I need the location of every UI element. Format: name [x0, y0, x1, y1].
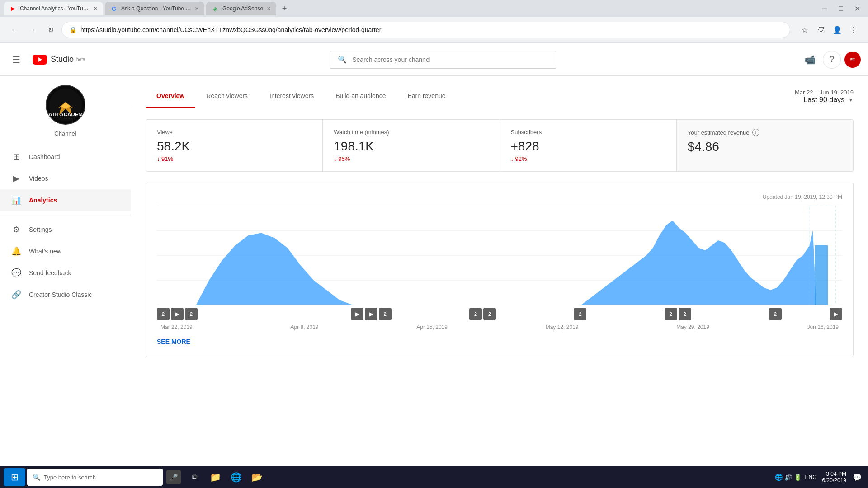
tab-overview[interactable]: Overview	[146, 85, 195, 108]
tab-favicon-3: ◈	[212, 5, 219, 12]
analytics-tabs: Overview Reach viewers Interest viewers …	[146, 85, 457, 108]
chart-marker-9[interactable]: 2	[574, 308, 586, 320]
tab-close-3[interactable]: ✕	[267, 6, 271, 12]
sidebar-item-send-feedback[interactable]: 💬 Send feedback	[0, 262, 131, 284]
taskbar-app-chrome[interactable]: 🌐	[226, 468, 246, 486]
sidebar-item-creator-studio[interactable]: 🔗 Creator Studio Classic	[0, 284, 131, 305]
sidebar-item-videos[interactable]: ▶ Videos	[0, 168, 131, 189]
notification-button[interactable]: 💬	[850, 470, 864, 484]
stat-change-subscribers: ↓ 92%	[511, 155, 665, 162]
x-label-2: Apr 8, 2019	[290, 324, 318, 330]
main-content: Overview Reach viewers Interest viewers …	[131, 76, 868, 488]
taskbar-apps: ⧉ 📁 🌐 📂	[184, 468, 267, 486]
taskbar-time-value: 3:04 PM	[822, 471, 846, 477]
extensions-icon[interactable]: ⋮	[846, 23, 861, 37]
svg-marker-15	[581, 221, 816, 305]
user-icon[interactable]: 👤	[830, 23, 844, 37]
stats-cards: Views 58.2K ↓ 91% Watch time (minutes) 1…	[146, 119, 854, 172]
tab-interest[interactable]: Interest viewers	[259, 85, 325, 108]
date-period: Last 90 days ▼	[803, 96, 854, 104]
network-icon[interactable]: 🌐	[775, 474, 783, 481]
creator-studio-icon: 🔗	[11, 290, 22, 300]
date-range: Mar 22 – Jun 19, 2019	[795, 89, 854, 96]
taskbar-app-folder[interactable]: 📂	[247, 468, 267, 486]
date-selector[interactable]: Mar 22 – Jun 19, 2019 Last 90 days ▼	[795, 89, 854, 104]
chart-marker-8[interactable]: 2	[483, 308, 496, 320]
sidebar-item-settings[interactable]: ⚙ Settings	[0, 219, 131, 240]
chart-container: Updated Jun 19, 2019, 12:30 PM $0.30 $0.…	[146, 183, 854, 357]
upload-button[interactable]: 📹	[801, 51, 819, 69]
browser-tab-3[interactable]: ◈ Google AdSense ✕	[206, 2, 276, 15]
sidebar-item-analytics[interactable]: 📊 Analytics	[0, 189, 131, 211]
stat-card-subscribers: Subscribers +828 ↓ 92%	[500, 120, 677, 171]
chart-x-labels: Mar 22, 2019 Apr 8, 2019 Apr 25, 2019 Ma…	[157, 324, 842, 330]
sidebar-item-dashboard[interactable]: ⊞ Dashboard	[0, 146, 131, 168]
taskbar-app-files[interactable]: 📁	[205, 468, 225, 486]
chart-marker-10[interactable]: 2	[665, 308, 677, 320]
refresh-button[interactable]: ↻	[43, 23, 58, 37]
tab-audience[interactable]: Build an audience	[325, 85, 396, 108]
search-bar[interactable]: 🔍	[330, 51, 556, 69]
stats-section: Views 58.2K ↓ 91% Watch time (minutes) 1…	[131, 108, 868, 183]
url-text: https://studio.youtube.com/channel/UCsCW…	[80, 26, 783, 33]
start-button[interactable]: ⊞	[4, 468, 25, 486]
dropdown-arrow-icon: ▼	[848, 97, 854, 103]
channel-avatar[interactable]: ATH ACADEM	[46, 85, 85, 125]
sidebar-item-whats-new[interactable]: 🔔 What's new	[0, 240, 131, 262]
browser-tab-2[interactable]: G Ask a Question - YouTube Help ✕	[105, 2, 204, 15]
user-avatar[interactable]: सा	[844, 52, 861, 68]
help-button[interactable]: ?	[823, 51, 841, 69]
tab-close-1[interactable]: ✕	[94, 6, 98, 12]
dashboard-icon: ⊞	[11, 152, 22, 162]
taskbar-search[interactable]: 🔍 Type here to search	[27, 469, 163, 486]
chart-marker-1[interactable]: 2	[157, 308, 170, 320]
sidebar-label-settings: Settings	[29, 226, 52, 233]
bookmark-icon[interactable]: ☆	[797, 23, 812, 37]
menu-toggle[interactable]: ☰	[7, 51, 25, 69]
browser-titlebar: ▶ Channel Analytics - YouTube Stu... ✕ G…	[0, 0, 868, 17]
tab-revenue[interactable]: Earn revenue	[396, 85, 456, 108]
chart-marker-11[interactable]: 2	[679, 308, 691, 320]
browser-tab-1[interactable]: ▶ Channel Analytics - YouTube Stu... ✕	[4, 2, 103, 15]
channel-label: Channel	[54, 130, 76, 137]
chart-marker-5[interactable]: ▶	[365, 308, 377, 320]
minimize-button[interactable]: ─	[817, 1, 832, 16]
back-button[interactable]: ←	[7, 23, 22, 37]
stat-value-subscribers: +828	[511, 139, 665, 154]
volume-icon[interactable]: 🔊	[784, 474, 792, 481]
search-icon: 🔍	[33, 474, 40, 481]
chart-marker-13[interactable]: ▶	[830, 308, 842, 320]
new-tab-button[interactable]: +	[278, 2, 291, 15]
see-more-link[interactable]: SEE MORE	[157, 338, 190, 345]
forward-button[interactable]: →	[25, 23, 40, 37]
date-period-text: Last 90 days	[803, 96, 844, 104]
chart-marker-12[interactable]: 2	[769, 308, 782, 320]
tab-reach[interactable]: Reach viewers	[195, 85, 259, 108]
maximize-button[interactable]: □	[834, 1, 848, 16]
yt-studio-logo: Studio beta	[33, 55, 85, 65]
taskbar-right: 🌐 🔊 🔋 ENG 3:04 PM 6/20/2019 💬	[775, 470, 864, 484]
close-window-button[interactable]: ✕	[850, 1, 864, 16]
chart-marker-2[interactable]: ▶	[171, 308, 184, 320]
stat-card-views: Views 58.2K ↓ 91%	[146, 120, 323, 171]
search-input[interactable]	[352, 56, 548, 63]
chart-marker-7[interactable]: 2	[469, 308, 482, 320]
shield-icon[interactable]: 🛡	[814, 23, 828, 37]
svg-rect-17	[815, 245, 828, 305]
svg-marker-14	[196, 233, 353, 305]
tab-close-2[interactable]: ✕	[195, 6, 199, 12]
battery-icon[interactable]: 🔋	[794, 474, 802, 481]
channel-avatar-section: ATH ACADEM Channel	[0, 76, 131, 146]
youtube-icon	[33, 55, 47, 65]
stat-card-watchtime: Watch time (minutes) 198.1K ↓ 95%	[323, 120, 500, 171]
chart-marker-6[interactable]: 2	[379, 308, 392, 320]
taskbar-app-taskview[interactable]: ⧉	[184, 468, 204, 486]
taskbar-clock[interactable]: 3:04 PM 6/20/2019	[822, 471, 846, 483]
revenue-info-icon[interactable]: i	[752, 129, 760, 136]
x-label-5: May 29, 2019	[676, 324, 709, 330]
address-bar[interactable]: 🔒 https://studio.youtube.com/channel/UCs…	[61, 22, 790, 38]
chart-marker-3[interactable]: 2	[185, 308, 198, 320]
chart-markers-row: 2 ▶ 2 ▶ ▶ 2 2 2 2 2 2 2	[157, 308, 842, 320]
chart-marker-4[interactable]: ▶	[351, 308, 363, 320]
taskbar-microphone[interactable]: 🎤	[166, 470, 181, 484]
